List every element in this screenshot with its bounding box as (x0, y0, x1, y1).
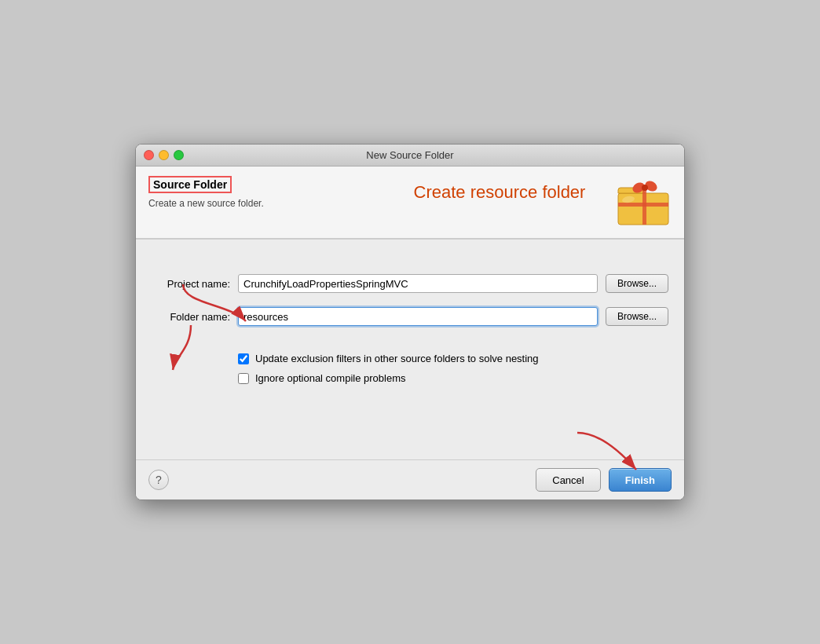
header-left: Source Folder Create a new source folder… (148, 176, 383, 209)
titlebar: New Source Folder (136, 145, 684, 166)
ignore-optional-row: Ignore optional compile problems (238, 372, 668, 384)
checkboxes-area: Update exclusion filters in other source… (136, 349, 684, 400)
cancel-button[interactable]: Cancel (536, 468, 600, 492)
update-exclusion-row: Update exclusion filters in other source… (238, 353, 668, 364)
dialog-window: New Source Folder Source Folder Create a… (135, 144, 685, 500)
main-content: Project name: Browse... Folder name: Bro… (136, 240, 684, 459)
minimize-button[interactable] (159, 150, 169, 160)
footer-right: Cancel Finish (536, 468, 672, 492)
traffic-lights (144, 150, 184, 160)
help-button[interactable]: ? (148, 470, 169, 490)
project-browse-button[interactable]: Browse... (606, 274, 668, 293)
footer-left: ? (148, 470, 169, 490)
maximize-button[interactable] (174, 150, 184, 160)
update-exclusion-checkbox[interactable] (238, 353, 249, 364)
header-center: Create resource folder (383, 176, 617, 203)
project-name-row: Project name: Browse... (136, 255, 684, 293)
folder-browse-button[interactable]: Browse... (606, 307, 668, 326)
header-subtitle: Create a new source folder. (148, 198, 383, 209)
folder-name-label: Folder name: (152, 311, 238, 323)
folder-name-row: Folder name: Browse... (136, 304, 684, 326)
project-name-label: Project name: (152, 278, 238, 290)
dialog-header: Source Folder Create a new source folder… (136, 166, 684, 239)
svg-point-5 (642, 185, 648, 191)
close-button[interactable] (144, 150, 154, 160)
ignore-optional-checkbox[interactable] (238, 373, 249, 384)
svg-rect-2 (618, 203, 668, 207)
finish-button[interactable]: Finish (609, 468, 672, 492)
dialog-footer: ? Cancel Finish (136, 459, 684, 499)
create-resource-title: Create resource folder (414, 182, 586, 202)
project-name-input[interactable] (238, 274, 598, 293)
folder-name-section: Folder name: Browse... (136, 304, 684, 326)
update-exclusion-label: Update exclusion filters in other source… (255, 353, 539, 364)
folder-name-input[interactable] (238, 307, 598, 326)
ignore-optional-label: Ignore optional compile problems (255, 372, 406, 384)
folder-icon (617, 176, 672, 227)
source-folder-label: Source Folder (148, 176, 232, 193)
form-section: Project name: Browse... Folder name: Bro… (136, 240, 684, 400)
window-title: New Source Folder (136, 149, 684, 161)
folder-svg-icon (617, 176, 672, 227)
